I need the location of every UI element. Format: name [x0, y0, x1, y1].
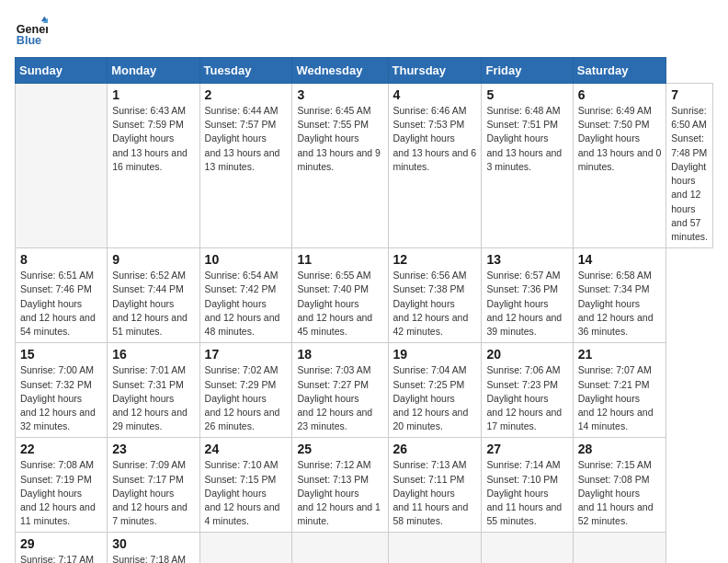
day-number: 22 — [20, 442, 102, 456]
calendar-day-cell: 28 Sunrise: 7:15 AM Sunset: 7:08 PM Dayl… — [573, 438, 665, 533]
day-number: 12 — [393, 252, 477, 267]
day-info: Sunrise: 7:15 AM Sunset: 7:08 PM Dayligh… — [578, 458, 661, 528]
day-number: 30 — [112, 536, 194, 551]
day-number: 24 — [205, 442, 288, 456]
day-info: Sunrise: 7:09 AM Sunset: 7:17 PM Dayligh… — [112, 458, 194, 528]
day-info: Sunrise: 6:51 AM Sunset: 7:46 PM Dayligh… — [20, 269, 102, 339]
calendar-week-2: 15 Sunrise: 7:00 AM Sunset: 7:32 PM Dayl… — [16, 343, 713, 438]
day-info: Sunrise: 7:13 AM Sunset: 7:11 PM Dayligh… — [393, 458, 477, 528]
empty-cell — [16, 84, 108, 248]
calendar-day-cell: 30 Sunrise: 7:18 AM Sunset: 7:04 PM Dayl… — [108, 533, 199, 563]
calendar-day-cell: 23 Sunrise: 7:09 AM Sunset: 7:17 PM Dayl… — [108, 438, 199, 533]
weekday-wednesday: Wednesday — [292, 58, 388, 84]
calendar-day-cell: 14 Sunrise: 6:58 AM Sunset: 7:34 PM Dayl… — [573, 248, 665, 343]
calendar-body: 1 Sunrise: 6:43 AM Sunset: 7:59 PM Dayli… — [16, 84, 713, 564]
logo: General Blue — [15, 15, 53, 48]
day-number: 6 — [578, 87, 661, 102]
day-number: 21 — [578, 347, 661, 362]
day-info: Sunrise: 6:43 AM Sunset: 7:59 PM Dayligh… — [112, 104, 194, 174]
day-info: Sunrise: 6:44 AM Sunset: 7:57 PM Dayligh… — [205, 104, 288, 174]
calendar-day-cell: 3 Sunrise: 6:45 AM Sunset: 7:55 PM Dayli… — [292, 84, 388, 248]
day-info: Sunrise: 6:55 AM Sunset: 7:40 PM Dayligh… — [297, 269, 382, 339]
day-info: Sunrise: 6:57 AM Sunset: 7:36 PM Dayligh… — [486, 269, 567, 339]
calendar-day-cell: 13 Sunrise: 6:57 AM Sunset: 7:36 PM Dayl… — [482, 248, 573, 343]
calendar-day-cell: 2 Sunrise: 6:44 AM Sunset: 7:57 PM Dayli… — [199, 84, 292, 248]
day-info: Sunrise: 7:14 AM Sunset: 7:10 PM Dayligh… — [486, 458, 567, 528]
day-info: Sunrise: 7:08 AM Sunset: 7:19 PM Dayligh… — [20, 458, 102, 528]
calendar-day-cell: 8 Sunrise: 6:51 AM Sunset: 7:46 PM Dayli… — [16, 248, 108, 343]
weekday-friday: Friday — [482, 58, 573, 84]
day-number: 16 — [112, 347, 194, 362]
weekday-thursday: Thursday — [388, 58, 482, 84]
calendar-day-cell: 6 Sunrise: 6:49 AM Sunset: 7:50 PM Dayli… — [573, 84, 665, 248]
day-info: Sunrise: 7:02 AM Sunset: 7:29 PM Dayligh… — [205, 363, 288, 433]
day-number: 9 — [112, 252, 194, 267]
day-info: Sunrise: 6:49 AM Sunset: 7:50 PM Dayligh… — [578, 104, 661, 174]
calendar-week-3: 22 Sunrise: 7:08 AM Sunset: 7:19 PM Dayl… — [16, 438, 713, 533]
calendar-day-cell: 25 Sunrise: 7:12 AM Sunset: 7:13 PM Dayl… — [292, 438, 388, 533]
calendar-week-1: 8 Sunrise: 6:51 AM Sunset: 7:46 PM Dayli… — [16, 248, 713, 343]
day-info: Sunrise: 7:06 AM Sunset: 7:23 PM Dayligh… — [486, 363, 567, 433]
calendar-header: SundayMondayTuesdayWednesdayThursdayFrid… — [16, 58, 713, 84]
calendar-day-cell — [199, 533, 292, 563]
day-number: 20 — [486, 347, 567, 362]
calendar-day-cell: 10 Sunrise: 6:54 AM Sunset: 7:42 PM Dayl… — [199, 248, 292, 343]
calendar-day-cell: 20 Sunrise: 7:06 AM Sunset: 7:23 PM Dayl… — [482, 343, 573, 438]
day-number: 7 — [671, 87, 708, 102]
day-number: 2 — [205, 87, 288, 102]
day-info: Sunrise: 7:07 AM Sunset: 7:21 PM Dayligh… — [578, 363, 661, 433]
calendar-day-cell: 27 Sunrise: 7:14 AM Sunset: 7:10 PM Dayl… — [482, 438, 573, 533]
day-info: Sunrise: 7:10 AM Sunset: 7:15 PM Dayligh… — [205, 458, 288, 528]
day-info: Sunrise: 6:50 AM Sunset: 7:48 PM Dayligh… — [671, 104, 708, 244]
day-info: Sunrise: 6:54 AM Sunset: 7:42 PM Dayligh… — [205, 269, 288, 339]
weekday-sunday: Sunday — [16, 58, 108, 84]
weekday-header-row: SundayMondayTuesdayWednesdayThursdayFrid… — [16, 58, 713, 84]
day-number: 5 — [486, 87, 567, 102]
calendar-day-cell — [482, 533, 573, 563]
weekday-monday: Monday — [108, 58, 199, 84]
day-number: 17 — [205, 347, 288, 362]
day-info: Sunrise: 7:01 AM Sunset: 7:31 PM Dayligh… — [112, 363, 194, 433]
calendar-day-cell: 24 Sunrise: 7:10 AM Sunset: 7:15 PM Dayl… — [199, 438, 292, 533]
weekday-tuesday: Tuesday — [199, 58, 292, 84]
day-number: 15 — [20, 347, 102, 362]
day-number: 1 — [112, 87, 194, 102]
calendar-day-cell: 4 Sunrise: 6:46 AM Sunset: 7:53 PM Dayli… — [388, 84, 482, 248]
calendar-day-cell: 11 Sunrise: 6:55 AM Sunset: 7:40 PM Dayl… — [292, 248, 388, 343]
calendar-day-cell: 26 Sunrise: 7:13 AM Sunset: 7:11 PM Dayl… — [388, 438, 482, 533]
calendar-day-cell: 21 Sunrise: 7:07 AM Sunset: 7:21 PM Dayl… — [573, 343, 665, 438]
calendar-day-cell: 19 Sunrise: 7:04 AM Sunset: 7:25 PM Dayl… — [388, 343, 482, 438]
calendar-table: SundayMondayTuesdayWednesdayThursdayFrid… — [15, 57, 713, 563]
day-info: Sunrise: 6:58 AM Sunset: 7:34 PM Dayligh… — [578, 269, 661, 339]
day-info: Sunrise: 7:12 AM Sunset: 7:13 PM Dayligh… — [297, 458, 382, 528]
day-number: 26 — [393, 442, 477, 456]
day-info: Sunrise: 7:04 AM Sunset: 7:25 PM Dayligh… — [393, 363, 477, 433]
day-info: Sunrise: 6:45 AM Sunset: 7:55 PM Dayligh… — [297, 104, 382, 174]
calendar-day-cell — [388, 533, 482, 563]
day-number: 27 — [486, 442, 567, 456]
calendar-day-cell: 22 Sunrise: 7:08 AM Sunset: 7:19 PM Dayl… — [16, 438, 108, 533]
svg-text:Blue: Blue — [17, 34, 41, 47]
day-info: Sunrise: 7:00 AM Sunset: 7:32 PM Dayligh… — [20, 363, 102, 433]
calendar-day-cell: 5 Sunrise: 6:48 AM Sunset: 7:51 PM Dayli… — [482, 84, 573, 248]
calendar-day-cell: 18 Sunrise: 7:03 AM Sunset: 7:27 PM Dayl… — [292, 343, 388, 438]
day-info: Sunrise: 6:46 AM Sunset: 7:53 PM Dayligh… — [393, 104, 477, 174]
calendar-week-4: 29 Sunrise: 7:17 AM Sunset: 7:06 PM Dayl… — [16, 533, 713, 563]
day-number: 4 — [393, 87, 477, 102]
calendar-day-cell: 9 Sunrise: 6:52 AM Sunset: 7:44 PM Dayli… — [108, 248, 199, 343]
day-info: Sunrise: 6:48 AM Sunset: 7:51 PM Dayligh… — [486, 104, 567, 174]
day-info: Sunrise: 7:18 AM Sunset: 7:04 PM Dayligh… — [112, 553, 194, 563]
logo-icon: General Blue — [15, 15, 48, 48]
day-number: 14 — [578, 252, 661, 267]
day-number: 11 — [297, 252, 382, 267]
weekday-saturday: Saturday — [573, 58, 665, 84]
calendar-day-cell: 17 Sunrise: 7:02 AM Sunset: 7:29 PM Dayl… — [199, 343, 292, 438]
day-number: 3 — [297, 87, 382, 102]
day-number: 18 — [297, 347, 382, 362]
calendar-day-cell: 16 Sunrise: 7:01 AM Sunset: 7:31 PM Dayl… — [108, 343, 199, 438]
day-number: 28 — [578, 442, 661, 456]
day-info: Sunrise: 6:56 AM Sunset: 7:38 PM Dayligh… — [393, 269, 477, 339]
page-header: General Blue — [15, 15, 713, 48]
day-number: 10 — [205, 252, 288, 267]
calendar-day-cell: 29 Sunrise: 7:17 AM Sunset: 7:06 PM Dayl… — [16, 533, 108, 563]
